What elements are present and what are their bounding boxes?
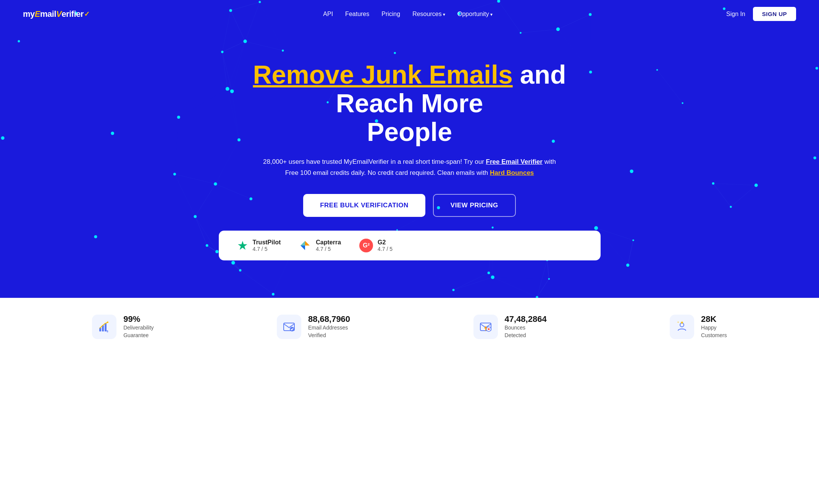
trustpilot-icon: ★ bbox=[237, 238, 248, 253]
nav-link-api[interactable]: API bbox=[323, 11, 333, 17]
nav-actions: Sign In SIGN UP bbox=[726, 7, 796, 21]
g2-icon: G² bbox=[359, 239, 373, 252]
capterra-rating: Capterra 4.7 / 5 bbox=[299, 239, 341, 252]
signin-button[interactable]: Sign In bbox=[726, 11, 745, 18]
hero-title-white2: People bbox=[367, 117, 452, 146]
free-bulk-verification-button[interactable]: FREE BULK VERIFICATION bbox=[303, 194, 425, 217]
free-email-verifier-link[interactable]: Free Email Verifier bbox=[486, 158, 543, 165]
nav-link-pricing[interactable]: Pricing bbox=[381, 11, 400, 17]
chart-icon-box: $ bbox=[92, 315, 116, 339]
hero-title-highlight: Remove Junk Emails bbox=[253, 60, 512, 89]
logo-mail-part: mail bbox=[40, 9, 56, 19]
ratings-bar: ★ TrustPilot 4.7 / 5 Capterra bbox=[219, 231, 601, 260]
stat-deliverability: $ 99% DeliverabilityGuarantee bbox=[92, 314, 153, 339]
email-verified-icon bbox=[283, 321, 295, 333]
nav-links: API Features Pricing Resources Opportuni… bbox=[323, 11, 493, 18]
svg-point-16 bbox=[680, 323, 684, 327]
cta-buttons: FREE BULK VERIFICATION VIEW PRICING bbox=[219, 194, 601, 217]
capterra-text: Capterra 4.7 / 5 bbox=[316, 239, 341, 252]
customers-icon bbox=[676, 321, 688, 333]
capterra-svg bbox=[299, 239, 311, 252]
hero-description: 28,000+ users have trusted MyEmailVerifi… bbox=[261, 157, 559, 179]
stat-email-number: 88,68,7960 bbox=[308, 314, 350, 324]
logo[interactable]: myEmailVerifier ✓ bbox=[23, 9, 89, 19]
customers-icon-box bbox=[670, 315, 694, 339]
svg-marker-1 bbox=[300, 241, 305, 246]
trustpilot-star-icon: ★ bbox=[237, 238, 248, 253]
capterra-name: Capterra bbox=[316, 239, 341, 246]
stat-deliverability-number: 99% bbox=[123, 314, 153, 324]
g2-rating: G² G2 4.7 / 5 bbox=[359, 239, 393, 252]
hero-title: Remove Junk Emails and Reach More People bbox=[219, 60, 601, 146]
checkmark-icon: ✓ bbox=[84, 10, 90, 18]
logo-e: E bbox=[35, 9, 40, 19]
trustpilot-name: TrustPilot bbox=[253, 239, 281, 246]
stat-deliverability-label: DeliverabilityGuarantee bbox=[123, 324, 153, 339]
hero-desc-text1: 28,000+ users have trusted MyEmailVerifi… bbox=[263, 158, 486, 165]
nav-item-resources[interactable]: Resources bbox=[412, 11, 445, 18]
svg-marker-0 bbox=[305, 241, 310, 246]
trustpilot-rating: ★ TrustPilot 4.7 / 5 bbox=[237, 238, 281, 253]
logo-erifier-part: erifier bbox=[61, 9, 84, 19]
stat-email-label: Email AddressesVerified bbox=[308, 324, 350, 339]
svg-point-6 bbox=[107, 321, 108, 323]
stat-deliverability-text: 99% DeliverabilityGuarantee bbox=[123, 314, 153, 339]
hero-section: Remove Junk Emails and Reach More People… bbox=[0, 0, 819, 298]
svg-marker-18 bbox=[677, 321, 679, 323]
hero-content: Remove Junk Emails and Reach More People… bbox=[219, 60, 601, 260]
signup-button[interactable]: SIGN UP bbox=[753, 7, 796, 21]
bounce-icon bbox=[480, 321, 492, 333]
view-pricing-button[interactable]: VIEW PRICING bbox=[433, 194, 516, 217]
stat-customers-number: 28K bbox=[701, 314, 727, 324]
stat-bounces-label: BouncesDetected bbox=[505, 324, 547, 339]
g2-name: G2 bbox=[378, 239, 393, 246]
g2-text: G2 4.7 / 5 bbox=[378, 239, 393, 252]
stat-email-verified: 88,68,7960 Email AddressesVerified bbox=[277, 314, 350, 339]
stat-customers-text: 28K HappyCustomers bbox=[701, 314, 727, 339]
nav-item-pricing[interactable]: Pricing bbox=[381, 11, 400, 18]
capterra-score: 4.7 / 5 bbox=[316, 246, 341, 252]
stat-bounces-number: 47,48,2864 bbox=[505, 314, 547, 324]
svg-text:$: $ bbox=[107, 330, 108, 333]
stat-customers-label: HappyCustomers bbox=[701, 324, 727, 339]
navbar: myEmailVerifier ✓ API Features Pricing R… bbox=[0, 0, 819, 28]
nav-link-resources[interactable]: Resources bbox=[412, 11, 445, 17]
nav-item-api[interactable]: API bbox=[323, 11, 333, 18]
trustpilot-text: TrustPilot 4.7 / 5 bbox=[253, 239, 281, 252]
stat-bounces: 47,48,2864 BouncesDetected bbox=[473, 314, 547, 339]
trustpilot-score: 4.7 / 5 bbox=[253, 246, 281, 252]
stat-email-text: 88,68,7960 Email AddressesVerified bbox=[308, 314, 350, 339]
stat-bounces-text: 47,48,2864 BouncesDetected bbox=[505, 314, 547, 339]
logo-my: my bbox=[23, 9, 35, 19]
nav-item-features[interactable]: Features bbox=[345, 11, 369, 18]
nav-link-features[interactable]: Features bbox=[345, 11, 369, 17]
nav-item-opportunity[interactable]: Opportunity bbox=[457, 11, 493, 18]
email-verified-icon-box bbox=[277, 315, 301, 339]
g2-score: 4.7 / 5 bbox=[378, 246, 393, 252]
hard-bounces-highlight: Hard Bounces bbox=[490, 169, 534, 176]
capterra-icon bbox=[299, 239, 311, 252]
chart-icon: $ bbox=[98, 321, 110, 333]
stat-customers: 28K HappyCustomers bbox=[670, 314, 727, 339]
bounce-icon-box bbox=[473, 315, 498, 339]
nav-link-opportunity[interactable]: Opportunity bbox=[457, 11, 493, 17]
logo-v: V bbox=[56, 9, 61, 19]
stats-section: $ 99% DeliverabilityGuarantee 88,68,7960… bbox=[0, 298, 819, 355]
g2-badge-icon: G² bbox=[359, 239, 373, 252]
svg-marker-2 bbox=[300, 246, 305, 250]
